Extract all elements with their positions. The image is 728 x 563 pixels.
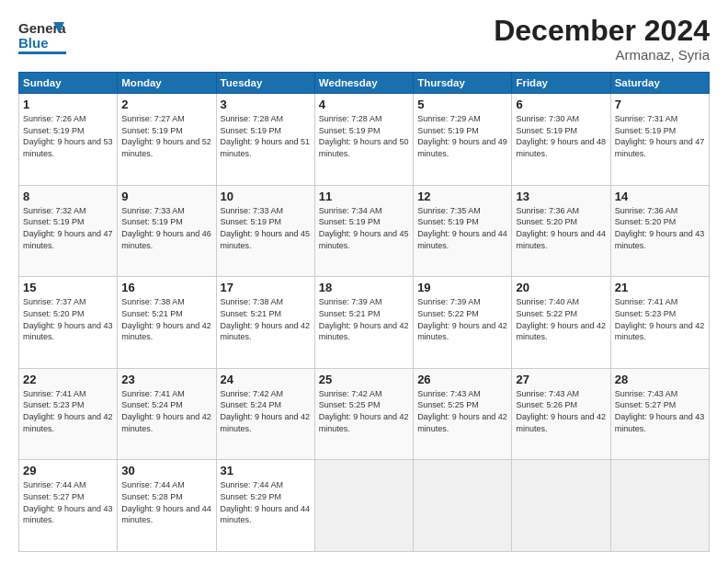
calendar-cell: 3 Sunrise: 7:28 AM Sunset: 5:19 PM Dayli…	[216, 94, 314, 186]
day-info: Sunrise: 7:32 AM Sunset: 5:19 PM Dayligh…	[23, 205, 113, 251]
sunset: Sunset: 5:28 PM	[121, 492, 183, 501]
daylight: Daylight: 9 hours and 43 minutes.	[23, 321, 113, 342]
sunrise: Sunrise: 7:43 AM	[516, 389, 579, 398]
sunrise: Sunrise: 7:27 AM	[121, 114, 185, 123]
sunset: Sunset: 5:19 PM	[417, 217, 479, 226]
calendar-cell: 7 Sunrise: 7:31 AM Sunset: 5:19 PM Dayli…	[610, 94, 709, 186]
daylight: Daylight: 9 hours and 42 minutes.	[417, 412, 507, 433]
day-info: Sunrise: 7:37 AM Sunset: 5:20 PM Dayligh…	[23, 296, 113, 342]
sunset: Sunset: 5:19 PM	[417, 126, 479, 135]
daylight: Daylight: 9 hours and 43 minutes.	[615, 229, 705, 250]
sunrise: Sunrise: 7:39 AM	[417, 297, 481, 306]
day-number: 27	[516, 373, 606, 386]
day-info: Sunrise: 7:44 AM Sunset: 5:27 PM Dayligh…	[23, 479, 113, 525]
logo: General Blue	[18, 15, 66, 59]
daylight: Daylight: 9 hours and 42 minutes.	[221, 321, 311, 342]
day-number: 14	[615, 190, 705, 203]
day-number: 7	[615, 98, 705, 111]
calendar-cell: 9 Sunrise: 7:33 AM Sunset: 5:19 PM Dayli…	[118, 185, 216, 277]
calendar-cell: 31 Sunrise: 7:44 AM Sunset: 5:29 PM Dayl…	[216, 460, 314, 552]
sunset: Sunset: 5:19 PM	[221, 217, 282, 226]
calendar-cell: 22 Sunrise: 7:41 AM Sunset: 5:23 PM Dayl…	[19, 368, 118, 460]
header-sunday: Sunday	[19, 73, 118, 94]
day-number: 9	[121, 190, 211, 203]
sunset: Sunset: 5:27 PM	[615, 400, 677, 409]
calendar-cell	[414, 460, 512, 552]
daylight: Daylight: 9 hours and 42 minutes.	[121, 412, 211, 433]
day-number: 25	[319, 373, 409, 386]
day-number: 2	[121, 98, 211, 111]
day-info: Sunrise: 7:44 AM Sunset: 5:28 PM Dayligh…	[121, 479, 211, 525]
daylight: Daylight: 9 hours and 53 minutes.	[23, 137, 113, 158]
header-wednesday: Wednesday	[314, 73, 413, 94]
day-info: Sunrise: 7:28 AM Sunset: 5:19 PM Dayligh…	[221, 113, 311, 159]
sunrise: Sunrise: 7:30 AM	[516, 114, 579, 123]
daylight: Daylight: 9 hours and 44 minutes.	[417, 229, 507, 250]
day-info: Sunrise: 7:39 AM Sunset: 5:22 PM Dayligh…	[417, 296, 507, 342]
day-number: 10	[221, 190, 311, 203]
day-number: 16	[121, 281, 211, 294]
day-number: 20	[516, 281, 606, 294]
day-info: Sunrise: 7:42 AM Sunset: 5:24 PM Dayligh…	[221, 388, 311, 434]
weekday-header-row: Sunday Monday Tuesday Wednesday Thursday…	[19, 73, 710, 94]
sunset: Sunset: 5:22 PM	[417, 309, 479, 318]
sunrise: Sunrise: 7:33 AM	[121, 206, 185, 215]
calendar-cell: 1 Sunrise: 7:26 AM Sunset: 5:19 PM Dayli…	[19, 94, 118, 186]
page: General Blue December 2024 Armanaz, Syri…	[0, 0, 728, 563]
month-title: December 2024	[494, 15, 710, 47]
sunrise: Sunrise: 7:26 AM	[23, 114, 86, 123]
daylight: Daylight: 9 hours and 42 minutes.	[221, 412, 311, 433]
day-number: 13	[516, 190, 606, 203]
sunset: Sunset: 5:19 PM	[23, 217, 85, 226]
calendar-week-1: 1 Sunrise: 7:26 AM Sunset: 5:19 PM Dayli…	[19, 94, 710, 186]
day-info: Sunrise: 7:42 AM Sunset: 5:25 PM Dayligh…	[319, 388, 409, 434]
day-info: Sunrise: 7:43 AM Sunset: 5:25 PM Dayligh…	[417, 388, 507, 434]
calendar-cell: 5 Sunrise: 7:29 AM Sunset: 5:19 PM Dayli…	[414, 94, 512, 186]
logo-icon: General Blue	[18, 15, 66, 59]
day-number: 23	[121, 373, 211, 386]
day-info: Sunrise: 7:27 AM Sunset: 5:19 PM Dayligh…	[121, 113, 211, 159]
day-number: 22	[23, 373, 113, 386]
daylight: Daylight: 9 hours and 48 minutes.	[516, 137, 606, 158]
day-number: 4	[319, 98, 409, 111]
day-number: 24	[221, 373, 311, 386]
daylight: Daylight: 9 hours and 44 minutes.	[516, 229, 606, 250]
sunrise: Sunrise: 7:38 AM	[221, 297, 284, 306]
day-number: 26	[417, 373, 507, 386]
sunrise: Sunrise: 7:41 AM	[615, 297, 678, 306]
calendar-cell: 19 Sunrise: 7:39 AM Sunset: 5:22 PM Dayl…	[414, 277, 512, 369]
svg-text:Blue: Blue	[18, 35, 49, 51]
day-number: 17	[221, 281, 311, 294]
sunset: Sunset: 5:20 PM	[516, 217, 577, 226]
day-info: Sunrise: 7:28 AM Sunset: 5:19 PM Dayligh…	[319, 113, 409, 159]
day-info: Sunrise: 7:41 AM Sunset: 5:24 PM Dayligh…	[121, 388, 211, 434]
sunrise: Sunrise: 7:41 AM	[23, 389, 86, 398]
sunset: Sunset: 5:29 PM	[221, 492, 282, 501]
sunset: Sunset: 5:19 PM	[615, 126, 677, 135]
sunset: Sunset: 5:23 PM	[615, 309, 677, 318]
sunrise: Sunrise: 7:41 AM	[121, 389, 185, 398]
sunrise: Sunrise: 7:37 AM	[23, 297, 86, 306]
day-info: Sunrise: 7:38 AM Sunset: 5:21 PM Dayligh…	[221, 296, 311, 342]
sunrise: Sunrise: 7:29 AM	[417, 114, 481, 123]
daylight: Daylight: 9 hours and 42 minutes.	[319, 321, 409, 342]
day-info: Sunrise: 7:38 AM Sunset: 5:21 PM Dayligh…	[121, 296, 211, 342]
day-number: 21	[615, 281, 705, 294]
day-info: Sunrise: 7:44 AM Sunset: 5:29 PM Dayligh…	[221, 479, 311, 525]
calendar-cell	[610, 460, 709, 552]
daylight: Daylight: 9 hours and 42 minutes.	[23, 412, 113, 433]
sunrise: Sunrise: 7:40 AM	[516, 297, 579, 306]
sunset: Sunset: 5:19 PM	[319, 217, 381, 226]
sunrise: Sunrise: 7:33 AM	[221, 206, 284, 215]
sunrise: Sunrise: 7:39 AM	[319, 297, 382, 306]
day-number: 18	[319, 281, 409, 294]
day-info: Sunrise: 7:26 AM Sunset: 5:19 PM Dayligh…	[23, 113, 113, 159]
day-number: 29	[23, 464, 113, 477]
calendar-cell: 28 Sunrise: 7:43 AM Sunset: 5:27 PM Dayl…	[610, 368, 709, 460]
daylight: Daylight: 9 hours and 45 minutes.	[221, 229, 311, 250]
calendar-cell	[314, 460, 413, 552]
sunset: Sunset: 5:26 PM	[516, 400, 577, 409]
sunset: Sunset: 5:20 PM	[23, 309, 85, 318]
daylight: Daylight: 9 hours and 45 minutes.	[319, 229, 409, 250]
sunrise: Sunrise: 7:42 AM	[319, 389, 382, 398]
